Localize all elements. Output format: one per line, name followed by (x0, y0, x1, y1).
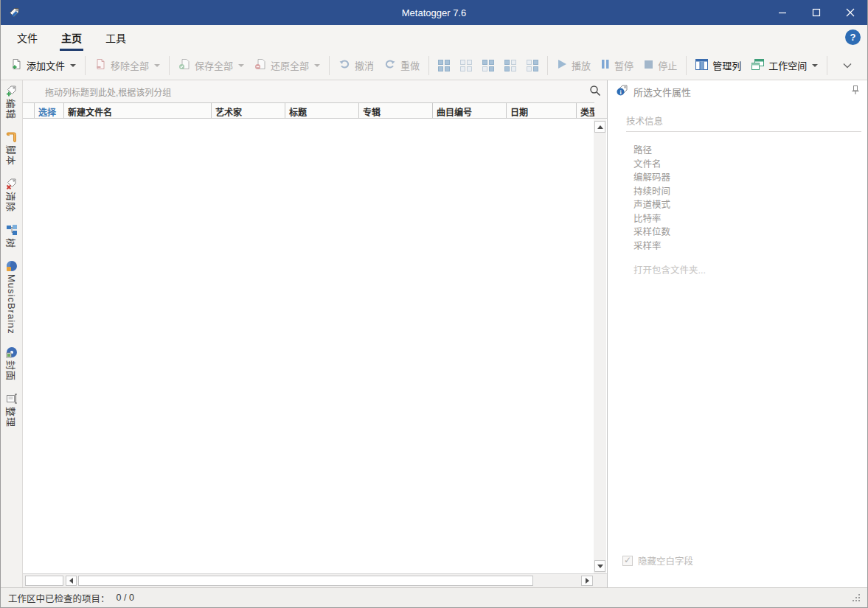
technical-fields-list: 路径 文件名 编解码器 持续时间 声道模式 比特率 采样位数 采样率 (633, 144, 867, 253)
group-by-hint: 拖动列标题到此处,根据该列分组 (45, 85, 171, 98)
stop-button[interactable]: 停止 (639, 55, 682, 76)
stop-icon (644, 60, 653, 71)
open-containing-folder-link[interactable]: 打开包含文件夹... (633, 262, 867, 276)
status-checked-items-label: 工作区中已检查的项目： (8, 591, 110, 605)
toolbar-separator (329, 56, 330, 75)
resize-grip[interactable] (853, 594, 860, 601)
check-all-button[interactable] (438, 60, 450, 71)
toolbar-separator (547, 56, 548, 75)
toolbar-separator (85, 56, 86, 75)
sidebar-item-label: 编辑 (4, 99, 18, 119)
help-button[interactable]: ? (845, 29, 861, 45)
column-header-select[interactable]: 选择 (35, 103, 64, 118)
hide-empty-fields-row: 隐藏空白字段 (622, 553, 867, 567)
window-controls (765, 0, 867, 25)
pause-label: 暂停 (614, 58, 633, 72)
uncheck-all-button[interactable] (460, 60, 472, 71)
column-header-artist[interactable]: 艺术家 (212, 103, 285, 118)
column-header-indicator[interactable] (23, 103, 35, 118)
section-technical-info: 技术信息 (626, 113, 861, 132)
status-checked-items-value: 0 / 0 (117, 593, 134, 603)
hide-empty-fields-label: 隐藏空白字段 (638, 553, 693, 567)
sidebar-item-clear[interactable]: 清除 (4, 178, 18, 212)
app-window: Metatogger 7.6 文件 主页 工具 ? (0, 0, 868, 608)
pause-button[interactable]: 暂停 (596, 55, 639, 76)
chevron-down-icon (238, 64, 244, 67)
file-list-empty-area[interactable] (23, 119, 607, 573)
toolbar-separator (428, 56, 429, 75)
add-files-label: 添加文件 (27, 58, 65, 72)
restore-all-button[interactable]: 还原全部 (249, 55, 325, 76)
collapse-ribbon-icon[interactable] (843, 60, 852, 71)
column-header-title[interactable]: 标题 (285, 103, 359, 118)
add-file-icon (10, 58, 22, 72)
close-button[interactable] (833, 0, 867, 25)
field-sample-rate: 采样率 (633, 240, 867, 254)
group-by-bar[interactable]: 拖动列标题到此处,根据该列分组 (23, 80, 607, 102)
add-files-button[interactable]: 添加文件 (5, 55, 81, 76)
search-icon[interactable] (589, 85, 601, 99)
workspace-button[interactable]: 工作空间 (746, 55, 823, 76)
minimize-button[interactable] (765, 0, 799, 25)
sidebar-item-musicbrainz[interactable]: MusicBrainz (6, 260, 18, 335)
column-header-new-filename[interactable]: 新建文件名 (64, 103, 212, 118)
tab-tools[interactable]: 工具 (100, 25, 132, 51)
tag-remove-icon (6, 178, 18, 189)
scroll-right-icon[interactable] (581, 576, 593, 586)
column-header-track-number[interactable]: 曲目编号 (433, 103, 507, 118)
scroll-down-icon[interactable] (594, 560, 605, 572)
sidebar-item-label: 封面 (4, 360, 18, 381)
play-label: 播放 (572, 58, 591, 72)
invert-check-button[interactable] (482, 60, 494, 71)
remove-all-button[interactable]: 移除全部 (89, 55, 165, 76)
check-selected-button[interactable] (504, 60, 516, 71)
sidebar-item-cover[interactable]: 封面 (4, 346, 18, 381)
undo-button[interactable]: 撤消 (333, 55, 379, 76)
pin-icon[interactable] (851, 85, 860, 98)
sidebar-item-label: MusicBrainz (6, 274, 17, 335)
column-header-date[interactable]: 日期 (507, 103, 577, 118)
redo-button[interactable]: 重做 (379, 55, 425, 76)
scroll-left-icon[interactable] (66, 576, 77, 586)
vertical-scrollbar[interactable] (594, 119, 606, 573)
chevron-down-icon (154, 64, 160, 67)
column-header-type[interactable]: 类型 (577, 103, 594, 118)
undo-icon (338, 58, 350, 72)
horizontal-scroll-thumb[interactable] (78, 576, 533, 586)
stop-label: 停止 (658, 58, 677, 72)
sidebar-item-script[interactable]: 脚本 (4, 131, 18, 166)
undo-label: 撤消 (355, 58, 374, 72)
field-bitrate: 比特率 (633, 212, 867, 226)
sidebar-item-label: 树 (4, 238, 18, 248)
ribbon-tab-bar: 文件 主页 工具 ? (1, 25, 867, 51)
hide-empty-fields-checkbox[interactable] (622, 556, 633, 566)
sidebar-item-organize[interactable]: 整理 (4, 393, 18, 427)
restore-all-icon (254, 58, 266, 72)
tag-plus-icon (6, 85, 18, 97)
tag-info-icon: i (616, 84, 629, 99)
toolbar-right (823, 56, 864, 75)
file-grid-area: 拖动列标题到此处,根据该列分组 选择 新建文件名 艺术家 标题 专辑 (23, 80, 608, 587)
sidebar-item-edit[interactable]: 编辑 (4, 85, 18, 119)
save-all-icon (178, 58, 190, 72)
chevron-down-icon (70, 64, 76, 67)
properties-panel-title: 所选文件属性 (633, 85, 851, 99)
titlebar: Metatogger 7.6 (1, 0, 867, 25)
script-icon (6, 131, 18, 143)
maximize-button[interactable] (799, 0, 833, 25)
uncheck-selected-button[interactable] (527, 60, 538, 71)
sidebar-item-label: 整理 (4, 407, 18, 427)
horizontal-scrollbar[interactable] (23, 573, 607, 587)
tab-home[interactable]: 主页 (55, 25, 88, 51)
column-header-album[interactable]: 专辑 (359, 103, 433, 118)
save-all-button[interactable]: 保存全部 (173, 55, 249, 76)
tab-file[interactable]: 文件 (11, 25, 44, 51)
scroll-up-icon[interactable] (594, 121, 605, 133)
save-all-label: 保存全部 (195, 58, 233, 72)
play-button[interactable]: 播放 (552, 55, 596, 76)
app-body: 编辑 脚本 清除 (1, 80, 867, 587)
manage-columns-button[interactable]: 管理列 (690, 55, 746, 76)
remove-file-icon (94, 58, 106, 72)
sidebar-item-tree[interactable]: 树 (4, 224, 18, 248)
sidebar-item-label: 清除 (4, 192, 18, 212)
